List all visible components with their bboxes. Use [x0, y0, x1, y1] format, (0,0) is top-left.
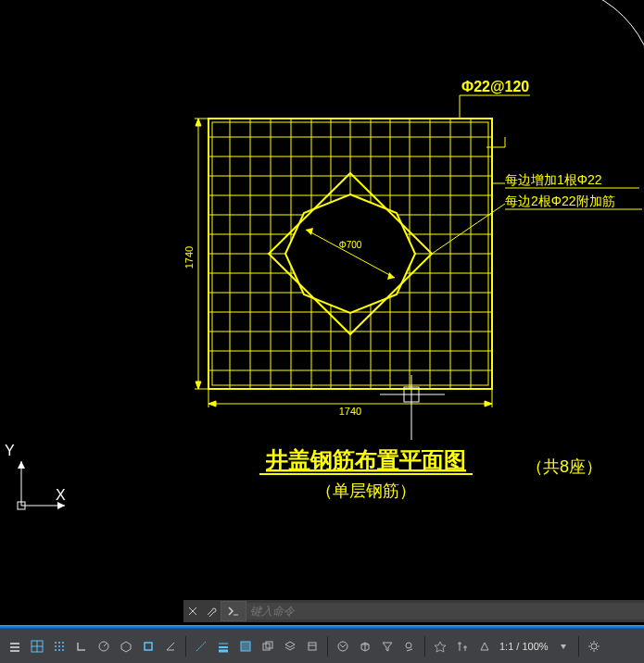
svg-point-71	[62, 642, 64, 644]
svg-point-91	[338, 642, 347, 651]
svg-point-77	[62, 649, 64, 651]
svg-line-40	[432, 204, 505, 254]
note-extra-bar: 每边增加1根Φ22	[505, 172, 602, 187]
background-arc	[584, 0, 644, 56]
osnap-icon[interactable]	[138, 636, 158, 657]
svg-rect-64	[10, 646, 19, 648]
transparency-icon[interactable]	[235, 636, 256, 657]
drawing-count: （共8座）	[526, 457, 602, 476]
svg-point-92	[406, 643, 411, 648]
svg-line-99	[596, 648, 598, 650]
drawing-title: 井盖钢筋布置平面图	[265, 447, 466, 472]
polar-icon[interactable]	[94, 636, 114, 657]
rebar-spec-label: Φ22@120	[461, 79, 529, 94]
svg-line-101	[596, 643, 598, 644]
svg-point-70	[58, 642, 60, 644]
svg-line-79	[104, 643, 107, 646]
svg-point-74	[62, 645, 64, 647]
lineweight-icon[interactable]	[213, 636, 234, 657]
menu-icon[interactable]	[5, 636, 25, 657]
svg-line-100	[590, 648, 592, 650]
svg-line-81	[196, 642, 206, 651]
command-input[interactable]	[246, 603, 644, 619]
svg-marker-50	[485, 401, 492, 407]
svg-point-76	[58, 649, 60, 651]
svg-point-75	[55, 649, 57, 651]
filter-icon[interactable]	[377, 636, 398, 657]
grid-mode-icon[interactable]	[27, 636, 47, 657]
gear-icon[interactable]	[584, 636, 604, 657]
layers-icon[interactable]	[280, 636, 300, 657]
gear-dropdown-icon[interactable]	[399, 636, 420, 657]
cube-icon[interactable]	[355, 636, 375, 657]
wrench-icon[interactable]	[202, 602, 221, 620]
svg-rect-80	[145, 643, 152, 650]
svg-rect-63	[10, 643, 19, 644]
svg-marker-49	[208, 401, 216, 407]
svg-point-69	[55, 642, 57, 644]
workspace-icon[interactable]	[333, 636, 353, 657]
command-bar	[183, 600, 644, 622]
drawing-subtitle: （单层钢筋）	[316, 482, 416, 500]
rebar-plan: Φ700 Φ22@120 每边增加1根Φ22 每边2根Φ22附加筋	[183, 79, 642, 500]
snap-grid-icon[interactable]	[49, 636, 69, 657]
scale-ratio-label[interactable]: 1:1 / 100%	[496, 641, 552, 652]
svg-marker-45	[196, 382, 201, 389]
otrack-icon[interactable]	[191, 636, 211, 657]
cycle-icon[interactable]	[258, 636, 278, 657]
annotation-icon[interactable]	[430, 636, 450, 657]
svg-point-73	[58, 645, 60, 647]
status-bar: 1:1 / 100%	[0, 629, 644, 663]
svg-rect-89	[309, 643, 316, 650]
svg-point-72	[55, 645, 57, 647]
svg-line-98	[590, 643, 592, 644]
quickprops-icon[interactable]	[302, 636, 322, 657]
drawing-viewport[interactable]: Φ700 Φ22@120 每边增加1根Φ22 每边2根Φ22附加筋	[0, 0, 644, 597]
diameter-label: Φ700	[339, 240, 362, 250]
close-icon[interactable]	[183, 602, 202, 620]
note-additional-bar: 每边2根Φ22附加筋	[505, 194, 615, 208]
svg-rect-65	[10, 650, 19, 652]
svg-rect-85	[241, 642, 250, 651]
isometric-icon[interactable]	[116, 636, 136, 657]
dim-vertical: 1740	[183, 246, 195, 269]
dropdown-icon[interactable]	[553, 636, 574, 657]
dim-horizontal: 1740	[339, 406, 361, 417]
svg-point-93	[591, 644, 597, 649]
command-prompt-icon[interactable]	[221, 601, 246, 621]
ortho-icon[interactable]	[71, 636, 92, 657]
angle-icon[interactable]	[160, 636, 181, 657]
svg-marker-44	[196, 119, 201, 126]
anno-scale-icon[interactable]	[452, 636, 473, 657]
anno-visibility-icon[interactable]	[474, 636, 495, 657]
